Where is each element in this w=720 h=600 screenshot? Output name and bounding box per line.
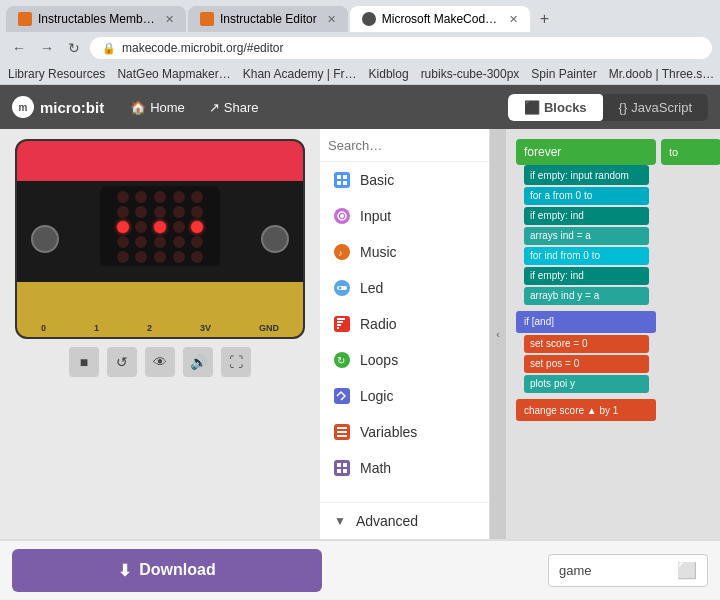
- svg-point-5: [340, 214, 344, 218]
- category-variables[interactable]: Variables: [320, 414, 489, 450]
- svg-text:arrayb ind y = a: arrayb ind y = a: [530, 290, 600, 301]
- download-button[interactable]: ⬇ Download: [12, 549, 322, 592]
- advanced-item[interactable]: ▼ Advanced: [320, 502, 489, 539]
- javascript-mode-icon: {}: [619, 100, 628, 115]
- radio-icon: [334, 316, 350, 332]
- bookmark-library[interactable]: Library Resources: [8, 67, 105, 81]
- reload-button[interactable]: ↻: [64, 36, 84, 60]
- hide-button[interactable]: 👁: [145, 347, 175, 377]
- input-label: Input: [360, 208, 391, 224]
- blocks-canvas: forever if empty: input random for a fro…: [506, 129, 720, 539]
- category-loops[interactable]: ↻ Loops: [320, 342, 489, 378]
- category-radio[interactable]: Radio: [320, 306, 489, 342]
- bookmarks-bar: Library Resources NatGeo Mapmaker… Khan …: [0, 64, 720, 85]
- home-button[interactable]: 🏠 Home: [120, 94, 195, 121]
- search-input[interactable]: [328, 138, 490, 153]
- collapse-panel-handle[interactable]: ‹: [490, 129, 506, 539]
- tab-close-2[interactable]: ✕: [327, 13, 336, 26]
- bookmark-natgeo[interactable]: NatGeo Mapmaker…: [117, 67, 230, 81]
- led-12: [154, 221, 166, 233]
- sound-button[interactable]: 🔊: [183, 347, 213, 377]
- tab-close-3[interactable]: ✕: [509, 13, 518, 26]
- address-bar[interactable]: 🔒 makecode.microbit.org/#editor: [90, 37, 712, 59]
- led-11: [135, 221, 147, 233]
- category-music[interactable]: ♪ Music: [320, 234, 489, 270]
- javascript-mode-label: JavaScript: [631, 100, 692, 115]
- svg-text:♪: ♪: [338, 248, 343, 258]
- back-button[interactable]: ←: [8, 36, 30, 60]
- bookmark-khan[interactable]: Khan Academy | Fr…: [243, 67, 357, 81]
- tab-close-1[interactable]: ✕: [165, 13, 174, 26]
- category-basic[interactable]: Basic: [320, 162, 489, 198]
- tab-instructables-member[interactable]: Instructables Member : moham… ✕: [6, 6, 186, 32]
- bookmark-rubiks[interactable]: rubiks-cube-300px: [421, 67, 520, 81]
- svg-rect-2: [337, 181, 341, 185]
- svg-text:if [and]: if [and]: [524, 316, 554, 327]
- led-0: [117, 191, 129, 203]
- home-label: Home: [150, 100, 185, 115]
- tab-makecode[interactable]: Microsoft MakeCode for micro:b… ✕: [350, 6, 530, 32]
- button-a[interactable]: [31, 225, 59, 253]
- led-grid: [115, 191, 205, 261]
- svg-text:for a from 0 to: for a from 0 to: [530, 190, 593, 201]
- loops-icon: ↻: [334, 352, 350, 368]
- tab-title-1: Instructables Member : moham…: [38, 12, 155, 26]
- led-7: [154, 206, 166, 218]
- mode-toggle: ⬛ Blocks {} JavaScript: [508, 94, 708, 121]
- share-button[interactable]: ↗ Share: [199, 94, 269, 121]
- led-19: [191, 236, 203, 248]
- svg-rect-17: [337, 463, 341, 467]
- tab-instructable-editor[interactable]: Instructable Editor ✕: [188, 6, 348, 32]
- fullscreen-button[interactable]: ⛶: [221, 347, 251, 377]
- code-panel[interactable]: forever if empty: input random for a fro…: [506, 129, 720, 539]
- svg-rect-12: [337, 318, 345, 320]
- svg-rect-10: [337, 324, 341, 326]
- app-container: 0 1 2 3V GND ■ ↺ 👁 🔊 ⛶ 🔍: [0, 129, 720, 599]
- led-5: [117, 206, 129, 218]
- bottom-search-bar[interactable]: ⬜: [548, 554, 708, 587]
- blocks-mode-button[interactable]: ⬛ Blocks: [508, 94, 603, 121]
- download-bar: ⬇ Download ⬜: [0, 539, 720, 599]
- svg-text:if empty: ind: if empty: ind: [530, 270, 584, 281]
- svg-rect-1: [343, 175, 347, 179]
- tab-favicon-2: [200, 12, 214, 26]
- category-math[interactable]: Math: [320, 450, 489, 486]
- math-label: Math: [360, 460, 391, 476]
- javascript-mode-button[interactable]: {} JavaScript: [603, 94, 708, 121]
- address-bar-row: ← → ↻ 🔒 makecode.microbit.org/#editor: [0, 32, 720, 64]
- button-b[interactable]: [261, 225, 289, 253]
- category-led[interactable]: Led: [320, 270, 489, 306]
- led-3: [173, 191, 185, 203]
- svg-text:if empty: ind: if empty: ind: [530, 210, 584, 221]
- svg-rect-19: [337, 469, 341, 473]
- svg-text:set pos = 0: set pos = 0: [530, 358, 580, 369]
- new-tab-button[interactable]: +: [532, 6, 557, 32]
- device-pins: 0 1 2 3V GND: [17, 282, 303, 337]
- led-10: [117, 221, 129, 233]
- lock-icon: 🔒: [102, 42, 116, 55]
- category-input[interactable]: Input: [320, 198, 489, 234]
- share-icon: ↗: [209, 100, 220, 115]
- home-icon: 🏠: [130, 100, 146, 115]
- bottom-search-submit[interactable]: ⬜: [677, 561, 697, 580]
- bookmark-kidblog[interactable]: Kidblog: [369, 67, 409, 81]
- restart-button[interactable]: ↺: [107, 347, 137, 377]
- variables-label: Variables: [360, 424, 417, 440]
- chevron-down-icon: ▼: [334, 514, 346, 528]
- stop-button[interactable]: ■: [69, 347, 99, 377]
- simulator-panel: 0 1 2 3V GND ■ ↺ 👁 🔊 ⛶: [0, 129, 320, 539]
- bookmark-spin[interactable]: Spin Painter: [531, 67, 596, 81]
- svg-text:forever: forever: [524, 145, 561, 159]
- svg-rect-0: [337, 175, 341, 179]
- led-16: [135, 236, 147, 248]
- forward-button[interactable]: →: [36, 36, 58, 60]
- basic-icon: [334, 172, 350, 188]
- category-logic[interactable]: Logic: [320, 378, 489, 414]
- bookmark-mrDoob[interactable]: Mr.doob | Three.s…: [609, 67, 715, 81]
- pin-3v: 3V: [200, 323, 211, 333]
- svg-rect-11: [337, 321, 343, 323]
- led-24: [191, 251, 203, 263]
- device-display: [100, 186, 220, 266]
- pin-1: 1: [94, 323, 99, 333]
- bottom-search-input[interactable]: [559, 563, 673, 578]
